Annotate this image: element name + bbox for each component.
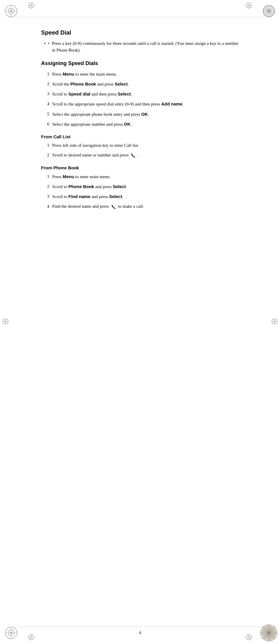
key-select-fpb3: Select — [109, 194, 122, 199]
step-asd-3: 3 Scroll to Speed dial and then press Se… — [41, 91, 239, 98]
corner-decoration-tl — [2, 2, 20, 20]
bottom-border — [18, 627, 262, 627]
step-asd-5: 5 Select the appropriate phone book entr… — [41, 111, 239, 118]
step-asd-1: 1 Press Menu to enter the main menu. — [41, 71, 239, 78]
key-ok-2: OK — [124, 122, 131, 127]
key-findname: Find name — [68, 194, 90, 199]
step-text-5: Select the appropriate phone book entry … — [52, 111, 239, 118]
step-fpb-4: 4 Find the desired name and press to mak… — [41, 203, 239, 210]
key-select-1: Select — [115, 81, 128, 86]
step-asd-4: 4 Scroll to the appropriate speed dial e… — [41, 100, 239, 108]
step-fpb-2: 2 Scroll to Phone Book and press Select. — [41, 183, 239, 190]
step-asd-2: 2 Scroll the Phone Book and press Select… — [41, 81, 239, 88]
step-num-fpb-3: 3 — [44, 193, 49, 200]
step-text-fpb-3: Scroll to Find name and press Select. — [52, 193, 239, 200]
key-menu-fpb: Menu — [63, 174, 74, 179]
step-asd-6: 6 Select the appropriate number and pres… — [41, 121, 239, 128]
from-phone-book-steps: 1 Press Menu to enter main menu. 2 Scrol… — [41, 173, 239, 210]
step-text-fpb-2: Scroll to Phone Book and press Select. — [52, 183, 239, 190]
step-num-5: 5 — [44, 111, 49, 118]
svg-point-20 — [267, 631, 270, 634]
from-call-list-title: From Call List — [41, 134, 239, 139]
mid-crosshair-right — [271, 318, 278, 326]
from-call-list-steps: 1 Press left side of navigation key to e… — [41, 142, 239, 159]
corner-decoration-tr — [260, 2, 278, 20]
step-num-fpb-1: 1 — [44, 173, 49, 180]
top-border — [18, 17, 262, 17]
key-phonebook-fpb: Phone Book — [68, 184, 94, 189]
speed-dial-bullets: • Press a key (0-9) continuously for thr… — [41, 40, 239, 54]
call-icon-1 — [130, 153, 136, 159]
step-fcl-2: 2 Scroll to desired name or number and p… — [41, 152, 239, 159]
step-text-fpb-4: Find the desired name and press to make … — [52, 203, 239, 210]
step-num-2: 2 — [44, 81, 49, 88]
key-menu-1: Menu — [63, 71, 74, 76]
step-text-3: Scroll to Speed dial and then press Sele… — [52, 91, 239, 98]
step-text-6: Select the appropriate number and press … — [52, 121, 239, 128]
key-select-fpb: Select — [113, 184, 126, 189]
step-num-3: 3 — [44, 91, 49, 98]
top-crosshair-right — [246, 2, 252, 10]
assigning-speed-dials-title: Assigning Speed Dials — [41, 60, 239, 67]
step-fcl-1: 1 Press left side of navigation key to e… — [41, 142, 239, 149]
corner-decoration-br — [260, 624, 278, 642]
step-fpb-3: 3 Scroll to Find name and press Select. — [41, 193, 239, 200]
step-num-fcl-1: 1 — [44, 142, 49, 149]
step-num-fpb-4: 4 — [44, 203, 49, 210]
from-phone-book-title: From Phone Book — [41, 165, 239, 170]
key-addname: Add name — [161, 101, 183, 106]
top-crosshair-left — [28, 2, 34, 10]
step-num-1: 1 — [44, 71, 49, 78]
step-text-4: Scroll to the appropriate speed dial ent… — [52, 100, 239, 108]
page: Speed Dial • Press a key (0-9) continuou… — [0, 0, 280, 644]
bullet-marker: • — [48, 40, 50, 54]
step-num-6: 6 — [44, 121, 49, 128]
step-num-fpb-2: 2 — [44, 183, 49, 190]
step-text-fpb-1: Press Menu to enter main menu. — [52, 173, 239, 180]
speed-dial-bullet-text: Press a key (0-9) continuously for three… — [52, 40, 239, 54]
key-ok-1: OK — [141, 112, 148, 117]
call-icon-2 — [111, 204, 117, 210]
step-text-fcl-1: Press left side of navigation key to ent… — [52, 142, 239, 149]
bottom-crosshair-right — [246, 634, 252, 642]
page-number: 4 — [139, 631, 141, 635]
assigning-speed-dials-list: 1 Press Menu to enter the main menu. 2 S… — [41, 71, 239, 128]
key-phonebook-1: Phone Book — [70, 81, 96, 86]
step-num-4: 4 — [44, 100, 49, 108]
step-text-1: Press Menu to enter the main menu. — [52, 71, 239, 78]
key-speeddial: Speed dial — [68, 91, 90, 96]
speed-dial-bullet-item: • Press a key (0-9) continuously for thr… — [44, 40, 239, 54]
step-text-fcl-2: Scroll to desired name or number and pre… — [52, 152, 239, 159]
step-num-fcl-2: 2 — [44, 152, 49, 159]
key-select-2: Select — [118, 91, 131, 96]
bottom-crosshair-left — [28, 634, 34, 642]
corner-decoration-bl — [2, 624, 20, 642]
step-fpb-1: 1 Press Menu to enter main menu. — [41, 173, 239, 180]
step-text-2: Scroll the Phone Book and press Select. — [52, 81, 239, 88]
speed-dial-title: Speed Dial — [41, 29, 239, 36]
svg-point-11 — [268, 10, 270, 12]
mid-crosshair-left — [2, 318, 9, 326]
